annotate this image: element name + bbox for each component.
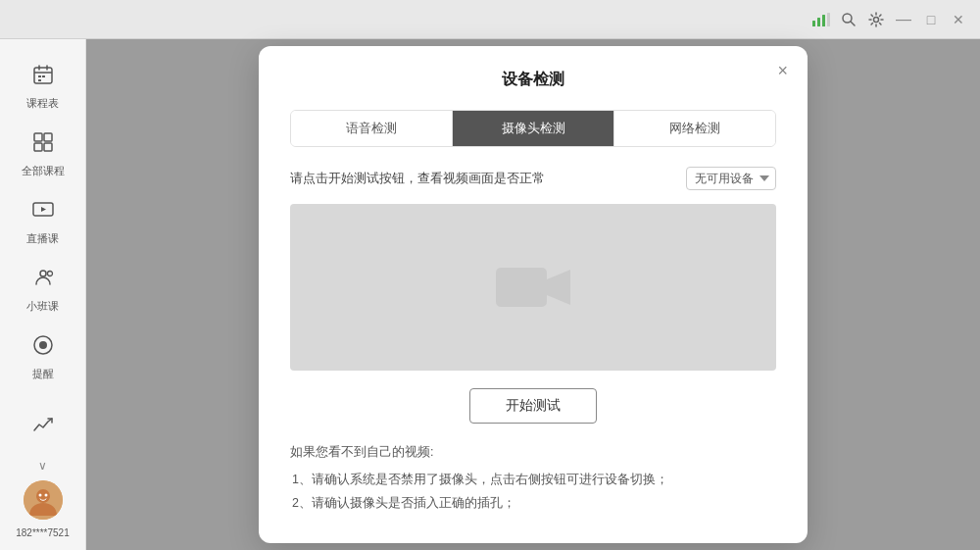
live-icon [31,198,55,227]
window-close-button[interactable]: ✕ [949,10,968,29]
svg-point-20 [40,271,46,276]
svg-rect-11 [38,75,41,77]
device-select[interactable]: 无可用设备 [686,167,776,190]
user-label: 182****7521 [16,527,70,538]
sidebar: 课程表 全部课程 直播课 [0,39,86,550]
svg-rect-14 [34,133,42,141]
search-icon[interactable] [839,10,858,29]
svg-rect-28 [496,268,547,307]
help-title: 如果您看不到自己的视频: [290,441,776,465]
maximize-button[interactable]: □ [921,10,941,29]
main-content: × 设备检测 语音检测 摄像头检测 网络检测 请点击开始测试按钮，查看视频画面是… [86,39,980,550]
svg-rect-2 [822,15,825,26]
svg-line-5 [851,22,855,25]
camera-placeholder-icon [494,258,572,317]
remind-label: 提醒 [32,367,54,381]
all-courses-label: 全部课程 [22,164,65,178]
svg-rect-3 [827,13,830,26]
sidebar-item-remind[interactable]: 提醒 [8,325,78,389]
tab-audio[interactable]: 语音检测 [291,111,453,146]
svg-point-27 [44,494,47,497]
sidebar-item-live[interactable]: 直播课 [8,190,78,254]
svg-point-26 [38,494,41,497]
sidebar-item-small-class[interactable]: 小班课 [8,258,78,322]
sidebar-chevron[interactable]: ∨ [38,459,47,473]
sidebar-item-all-courses[interactable]: 全部课程 [8,123,78,186]
help-section: 如果您看不到自己的视频: 1、请确认系统是否禁用了摄像头，点击右侧按钮可进行设备… [290,441,776,515]
video-preview [290,204,776,371]
svg-rect-13 [38,79,41,81]
svg-rect-17 [44,143,52,151]
svg-rect-12 [42,75,45,77]
all-courses-icon [31,130,55,160]
settings-icon[interactable] [866,10,886,29]
modal-close-button[interactable]: × [777,62,788,79]
svg-rect-0 [812,21,815,26]
remind-icon [31,333,55,363]
svg-marker-29 [547,270,570,305]
svg-point-23 [39,341,47,349]
svg-rect-1 [817,18,820,26]
app-container: 课程表 全部课程 直播课 [0,39,980,550]
svg-rect-15 [44,133,52,141]
instructions-text: 请点击开始测试按钮，查看视频画面是否正常 [290,170,545,187]
trend-icon [31,414,55,443]
live-label: 直播课 [26,231,59,246]
tabs-container: 语音检测 摄像头检测 网络检测 [290,110,776,147]
title-bar-icons: — □ ✕ [811,10,968,29]
schedule-icon [31,63,55,92]
modal-overlay: × 设备检测 语音检测 摄像头检测 网络检测 请点击开始测试按钮，查看视频画面是… [86,39,980,550]
avatar[interactable] [24,480,63,520]
instructions-row: 请点击开始测试按钮，查看视频画面是否正常 无可用设备 [290,167,776,190]
svg-point-21 [47,272,52,276]
svg-rect-16 [34,143,42,151]
schedule-label: 课程表 [26,96,59,111]
help-item-2: 2、请确认摄像头是否插入正确的插孔； [290,492,776,516]
tab-network[interactable]: 网络检测 [614,111,775,146]
small-class-label: 小班课 [26,299,59,314]
modal-title: 设备检测 [290,70,776,90]
small-class-icon [31,266,55,295]
minimize-button[interactable]: — [894,10,913,29]
sidebar-item-trend[interactable] [8,406,78,451]
tab-camera[interactable]: 摄像头检测 [453,111,614,146]
sidebar-bottom: ∨ 182****7521 [8,406,78,538]
sidebar-item-schedule[interactable]: 课程表 [8,55,78,119]
svg-point-6 [874,17,879,22]
help-item-1: 1、请确认系统是否禁用了摄像头，点击右侧按钮可进行设备切换； [290,469,776,492]
modal-dialog: × 设备检测 语音检测 摄像头检测 网络检测 请点击开始测试按钮，查看视频画面是… [259,46,808,542]
signal-icon [811,10,831,29]
svg-marker-19 [41,207,46,212]
title-bar: — □ ✕ [0,0,980,39]
start-test-button[interactable]: 开始测试 [469,388,597,424]
